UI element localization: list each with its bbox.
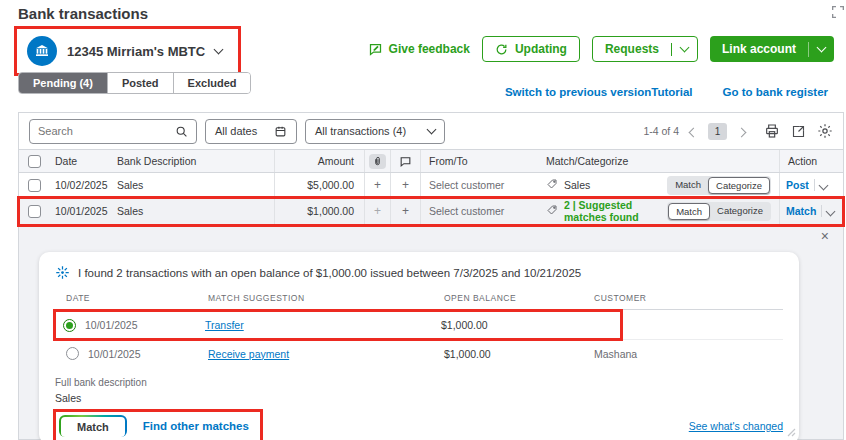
full-bank-description-label: Full bank description — [55, 377, 783, 388]
give-feedback-button[interactable]: Give feedback — [368, 42, 470, 57]
sparkle-icon — [55, 265, 70, 280]
col-from-to: From/To — [420, 150, 538, 172]
suggestion-row[interactable]: 10/01/2025 Transfer $1,000.00 — [55, 311, 621, 339]
col-comment — [390, 150, 420, 172]
tab-pending[interactable]: Pending (4) — [19, 73, 108, 93]
page-number[interactable]: 1 — [708, 123, 727, 140]
transactions-table: All dates All transactions (4) 1-4 of 4 … — [18, 112, 844, 440]
switch-previous-version-link[interactable]: Switch to previous versionTutorial — [505, 86, 693, 98]
add-attachment-button[interactable]: + — [364, 173, 390, 197]
col-date: Date — [47, 155, 109, 167]
table-toolbar: All dates All transactions (4) 1-4 of 4 … — [19, 113, 843, 149]
select-customer-field[interactable]: Select customer — [420, 198, 538, 224]
add-attachment-button[interactable]: + — [364, 198, 390, 224]
account-selector[interactable]: 12345 Mirriam's MBTC — [14, 26, 241, 76]
calendar-icon — [274, 125, 287, 138]
transaction-row-selected[interactable]: 10/01/2025 Sales $1,000.00 + + Select cu… — [19, 198, 843, 225]
col-customer: CUSTOMER — [594, 293, 783, 303]
suggestion-row-selected-box: 10/01/2025 Transfer $1,000.00 — [55, 311, 621, 339]
category-cell: Sales Match Categorize — [538, 176, 779, 195]
post-action-button[interactable]: Post — [786, 179, 809, 191]
add-comment-button[interactable]: + — [390, 173, 420, 197]
export-icon[interactable] — [791, 124, 806, 139]
gear-icon[interactable] — [817, 123, 833, 139]
status-tabs: Pending (4) Posted Excluded — [18, 72, 251, 94]
header-actions: Give feedback Updating Requests Link acc… — [368, 36, 834, 62]
pagination-range: 1-4 of 4 — [643, 125, 679, 137]
col-bank-description: Bank Description — [109, 155, 274, 167]
search-input[interactable] — [29, 119, 197, 144]
action-cell: Post — [779, 173, 843, 197]
row-bank-description: Sales — [109, 205, 274, 217]
radio-selected[interactable] — [63, 319, 76, 332]
categorize-toggle[interactable]: Categorize — [708, 177, 770, 194]
match-toggle[interactable]: Match — [668, 203, 710, 220]
search-field[interactable] — [38, 125, 175, 137]
tag-icon — [546, 204, 558, 218]
close-icon[interactable]: × — [821, 229, 829, 243]
suggestion-date: 10/01/2025 — [85, 319, 138, 331]
table-header-row: Date Bank Description Amount From/To Mat… — [19, 149, 843, 173]
match-suggestions-card: I found 2 transactions with an open bala… — [39, 252, 799, 440]
row-date: 10/02/2025 — [47, 179, 109, 191]
row-bank-description: Sales — [109, 179, 274, 191]
action-dropdown[interactable] — [827, 205, 834, 217]
link-account-button[interactable]: Link account — [710, 36, 834, 62]
transactions-filter[interactable]: All transactions (4) — [305, 119, 445, 144]
ai-message: I found 2 transactions with an open bala… — [55, 265, 783, 280]
suggestion-open-balance: $1,000.00 — [441, 319, 591, 331]
requests-button[interactable]: Requests — [592, 36, 698, 62]
suggestion-date: 10/01/2025 — [88, 348, 141, 360]
category-value[interactable]: Sales — [564, 179, 590, 191]
tab-excluded[interactable]: Excluded — [174, 73, 251, 93]
dates-filter[interactable]: All dates — [205, 119, 297, 144]
comment-icon[interactable] — [399, 155, 412, 168]
add-comment-button[interactable]: + — [390, 198, 420, 224]
col-action: Action — [779, 150, 843, 172]
go-to-bank-register-link[interactable]: Go to bank register — [723, 86, 828, 98]
action-cell: Match — [779, 198, 843, 224]
col-match-suggestion: MATCH SUGGESTION — [208, 293, 444, 303]
requests-dropdown[interactable] — [671, 43, 697, 56]
match-actions-box: Match Find other matches — [55, 411, 261, 440]
row-checkbox[interactable] — [28, 179, 41, 192]
col-date: DATE — [58, 293, 208, 303]
transaction-row[interactable]: 10/02/2025 Sales $5,000.00 + + Select cu… — [19, 173, 843, 198]
radio-unselected[interactable] — [66, 347, 79, 360]
find-other-matches-link[interactable]: Find other matches — [143, 420, 249, 432]
refresh-icon — [495, 43, 508, 56]
action-dropdown[interactable] — [820, 179, 827, 191]
suggested-matches-link[interactable]: 2 | Suggested matches found — [564, 199, 667, 223]
match-categorize-toggle: Match Categorize — [667, 176, 771, 195]
match-toggle[interactable]: Match — [668, 177, 708, 194]
match-button[interactable]: Match — [59, 415, 127, 437]
col-attachment — [364, 150, 390, 172]
updating-button[interactable]: Updating — [482, 36, 580, 62]
row-amount: $1,000.00 — [274, 198, 364, 224]
see-whats-changed-link[interactable]: See what's changed — [689, 420, 783, 432]
paperclip-icon[interactable] — [369, 154, 386, 169]
print-icon[interactable] — [764, 123, 780, 139]
categorize-toggle[interactable]: Categorize — [710, 203, 770, 220]
toolbar-right: 1-4 of 4 1 — [643, 122, 833, 140]
bank-transactions-page: Bank transactions 12345 Mirriam's MBTC G… — [0, 0, 846, 440]
link-account-dropdown[interactable] — [808, 42, 834, 57]
prev-page-icon[interactable] — [690, 122, 697, 140]
resize-handle[interactable] — [787, 423, 796, 440]
select-all-checkbox[interactable] — [28, 155, 41, 168]
match-action-button[interactable]: Match — [786, 205, 816, 217]
col-match-categorize: Match/Categorize — [538, 155, 779, 167]
transfer-link[interactable]: Transfer — [205, 319, 244, 331]
tag-icon — [546, 178, 558, 192]
chevron-down-icon — [214, 44, 224, 54]
receive-payment-link[interactable]: Receive payment — [208, 348, 289, 360]
next-page-icon[interactable] — [738, 122, 745, 140]
expand-icon[interactable] — [830, 4, 846, 24]
page-title: Bank transactions — [18, 5, 148, 22]
col-open-balance: OPEN BALANCE — [444, 293, 594, 303]
tab-posted[interactable]: Posted — [108, 73, 174, 93]
suggestion-row[interactable]: 10/01/2025 Receive payment $1,000.00 Mas… — [58, 339, 783, 367]
row-checkbox[interactable] — [28, 205, 41, 218]
account-name: 12345 Mirriam's MBTC — [67, 44, 205, 59]
select-customer-field[interactable]: Select customer — [420, 173, 538, 197]
